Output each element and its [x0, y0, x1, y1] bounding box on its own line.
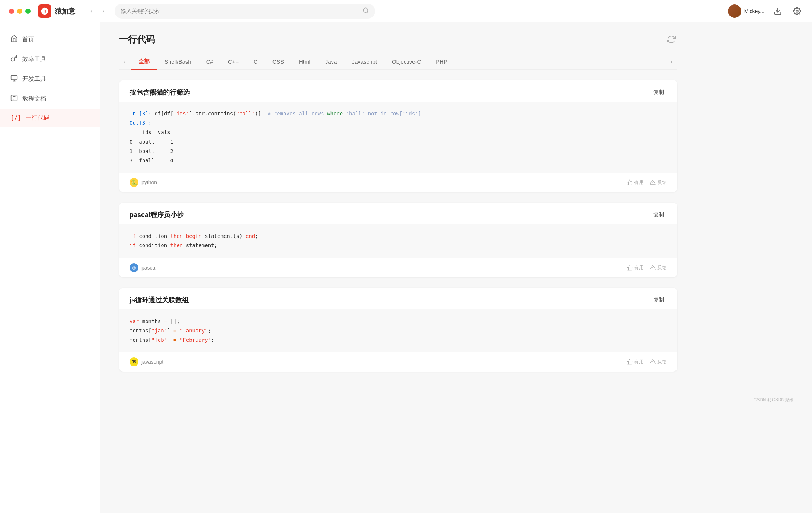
card-2-header: pascal程序员小抄 复制 — [119, 203, 677, 224]
card-3-title: js循环通过关联数组 — [130, 296, 189, 305]
avatar-image — [728, 4, 741, 18]
sidebar: 首页 效率工具 开发工具 教程文档 — [0, 22, 100, 513]
app-name: 猿如意 — [55, 7, 75, 16]
card-1-title: 按包含熊猫的行筛选 — [130, 88, 190, 97]
settings-icon[interactable] — [791, 5, 803, 17]
sidebar-item-docs[interactable]: 教程文档 — [0, 89, 100, 109]
tools-icon — [10, 55, 18, 64]
main-layout: 首页 效率工具 开发工具 教程文档 — [0, 0, 812, 513]
python-icon: 🐍 — [130, 178, 138, 187]
sidebar-item-tools[interactable]: 效率工具 — [0, 50, 100, 69]
card-2-feedback-label: 反馈 — [657, 264, 667, 271]
traffic-lights — [9, 9, 31, 14]
sidebar-item-devtools[interactable]: 开发工具 — [0, 69, 100, 89]
content-area: 一行代码 ‹ 全部 Shell/Bash C# C++ C CSS Html J — [100, 22, 812, 513]
tab-objc[interactable]: Objective-C — [384, 55, 428, 69]
tab-cpp[interactable]: C++ — [221, 55, 246, 69]
maximize-button[interactable] — [25, 9, 31, 14]
user-name: Mickey... — [744, 8, 764, 14]
card-2-feedback-button[interactable]: 反馈 — [650, 264, 667, 271]
sidebar-item-oneliner[interactable]: [/] 一行代码 — [0, 109, 100, 127]
card-2-title: pascal程序员小抄 — [130, 210, 184, 219]
tab-java[interactable]: Java — [318, 55, 345, 69]
card-3-lang-name: javascript — [141, 359, 163, 365]
card-2-useful-button[interactable]: 有用 — [627, 264, 644, 271]
devtools-icon — [10, 74, 18, 84]
titlebar: 猿如意 ‹ › Mickey... — [0, 0, 812, 22]
js-icon: JS — [130, 357, 138, 366]
tab-next-button[interactable]: › — [665, 56, 677, 68]
sidebar-label-home: 首页 — [22, 36, 34, 44]
card-2-copy-button[interactable]: 复制 — [650, 210, 667, 220]
user-info[interactable]: Mickey... — [728, 4, 764, 18]
download-icon[interactable] — [772, 5, 784, 17]
card-1-lang-name: python — [141, 179, 157, 185]
tab-php[interactable]: PHP — [428, 55, 455, 69]
nav-arrows: ‹ › — [86, 6, 109, 16]
svg-rect-4 — [11, 76, 17, 80]
tab-c[interactable]: C — [246, 55, 265, 69]
card-3-feedback-button[interactable]: 反馈 — [650, 359, 667, 365]
card-3-useful-label: 有用 — [634, 359, 644, 365]
card-3-feedback-label: 反馈 — [657, 359, 667, 365]
sidebar-label-docs: 教程文档 — [22, 95, 46, 103]
search-icon[interactable] — [362, 7, 369, 15]
code-card-1: 按包含熊猫的行筛选 复制 In [3]: df[df['ids'].str.co… — [119, 80, 677, 192]
card-3-header: js循环通过关联数组 复制 — [119, 288, 677, 309]
titlebar-right: Mickey... — [728, 4, 803, 18]
card-2-code: if condition then begin statement(s) end… — [119, 224, 677, 258]
tabs-container: ‹ 全部 Shell/Bash C# C++ C CSS Html Java J… — [119, 54, 677, 70]
pascal-icon: ◎ — [130, 263, 138, 272]
home-icon — [10, 35, 18, 44]
tab-html[interactable]: Html — [291, 55, 318, 69]
card-1-lang: 🐍 python — [130, 178, 157, 187]
card-3-actions: 有用 反馈 — [627, 359, 667, 365]
app-logo: 猿如意 — [38, 4, 75, 18]
page-title: 一行代码 — [119, 34, 155, 45]
search-input[interactable] — [121, 8, 359, 14]
card-2-footer: ◎ pascal 有用 — [119, 258, 677, 277]
app-logo-icon — [38, 4, 51, 18]
svg-line-1 — [367, 12, 368, 13]
card-1-useful-label: 有用 — [634, 179, 644, 186]
tab-javascript[interactable]: Javascript — [344, 55, 384, 69]
card-3-code: var months = []; months["jan"] = "Januar… — [119, 309, 677, 353]
card-1-header: 按包含熊猫的行筛选 复制 — [119, 80, 677, 102]
card-1-feedback-button[interactable]: 反馈 — [650, 179, 667, 186]
avatar — [728, 4, 741, 18]
sidebar-label-devtools: 开发工具 — [22, 75, 46, 83]
refresh-icon[interactable] — [665, 34, 677, 45]
docs-icon — [10, 94, 18, 103]
sidebar-item-home[interactable]: 首页 — [0, 30, 100, 50]
card-1-actions: 有用 反馈 — [627, 179, 667, 186]
search-bar — [115, 4, 375, 19]
tab-all[interactable]: 全部 — [131, 54, 157, 70]
tab-prev-button[interactable]: ‹ — [119, 56, 131, 68]
card-1-footer: 🐍 python 有用 — [119, 173, 677, 192]
sidebar-label-oneliner: 一行代码 — [26, 114, 49, 122]
card-3-useful-button[interactable]: 有用 — [627, 359, 644, 365]
minimize-button[interactable] — [17, 9, 22, 14]
card-3-copy-button[interactable]: 复制 — [650, 295, 667, 305]
card-1-copy-button[interactable]: 复制 — [650, 87, 667, 97]
svg-point-3 — [796, 10, 798, 12]
tab-css[interactable]: CSS — [265, 55, 291, 69]
footer-text: CSDN @CSDN资讯 — [753, 397, 793, 402]
code-card-2: pascal程序员小抄 复制 if condition then begin s… — [119, 203, 677, 277]
tab-csharp[interactable]: C# — [199, 55, 221, 69]
card-2-lang-name: pascal — [141, 265, 156, 271]
code-card-3: js循环通过关联数组 复制 var months = []; months["j… — [119, 288, 677, 372]
card-1-useful-button[interactable]: 有用 — [627, 179, 644, 186]
card-2-useful-label: 有用 — [634, 264, 644, 271]
card-1-feedback-label: 反馈 — [657, 179, 667, 186]
content-footer: CSDN @CSDN资讯 — [100, 393, 812, 411]
content-inner: 一行代码 ‹ 全部 Shell/Bash C# C++ C CSS Html J — [100, 22, 696, 393]
page-header: 一行代码 — [119, 34, 677, 45]
sidebar-label-tools: 效率工具 — [22, 55, 46, 63]
close-button[interactable] — [9, 9, 14, 14]
tab-shell[interactable]: Shell/Bash — [157, 55, 199, 69]
card-3-footer: JS javascript 有用 — [119, 352, 677, 372]
forward-button[interactable]: › — [98, 6, 109, 16]
back-button[interactable]: ‹ — [86, 6, 97, 16]
card-1-code: In [3]: df[df['ids'].str.contains("ball"… — [119, 102, 677, 173]
